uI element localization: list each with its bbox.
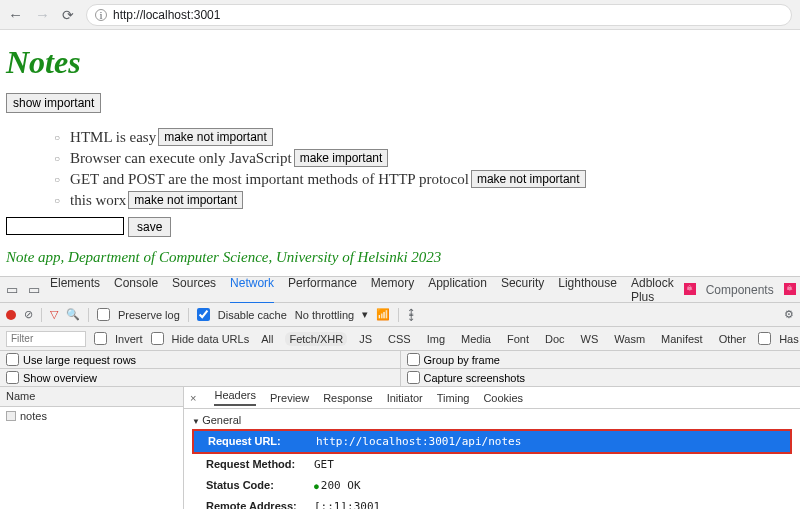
tab-lighthouse[interactable]: Lighthouse bbox=[558, 276, 617, 304]
new-note-form: save bbox=[6, 217, 794, 237]
type-css[interactable]: CSS bbox=[384, 332, 415, 346]
tab-adblock[interactable]: Adblock Plus bbox=[631, 276, 674, 304]
browser-toolbar: ← → ⟳ i http://localhost:3001 bbox=[0, 0, 800, 30]
list-item: this worxmake not important bbox=[54, 191, 794, 209]
tab-security[interactable]: Security bbox=[501, 276, 544, 304]
import-export[interactable]: ↥↧ bbox=[407, 310, 415, 320]
type-wasm[interactable]: Wasm bbox=[610, 332, 649, 346]
type-img[interactable]: Img bbox=[423, 332, 449, 346]
preserve-log-checkbox[interactable] bbox=[97, 308, 110, 321]
toggle-importance-button[interactable]: make not important bbox=[128, 191, 243, 209]
overview-checkbox[interactable] bbox=[6, 371, 19, 384]
inspect-icon[interactable]: ▭ bbox=[6, 282, 18, 297]
gear-icon[interactable]: ⚙ bbox=[784, 308, 794, 321]
close-icon[interactable]: × bbox=[190, 392, 196, 404]
page-title: Notes bbox=[6, 44, 794, 81]
tab-timing[interactable]: Timing bbox=[437, 392, 470, 404]
disable-cache-label: Disable cache bbox=[218, 309, 287, 321]
filter-input[interactable] bbox=[6, 331, 86, 347]
view-options: Use large request rows Show overview Gro… bbox=[0, 351, 800, 387]
tab-components[interactable]: Components bbox=[706, 283, 774, 297]
disable-cache-checkbox[interactable] bbox=[197, 308, 210, 321]
tab-elements[interactable]: Elements bbox=[50, 276, 100, 304]
tab-performance[interactable]: Performance bbox=[288, 276, 357, 304]
invert-checkbox[interactable] bbox=[94, 332, 107, 345]
toggle-importance-button[interactable]: make not important bbox=[471, 170, 586, 188]
show-important-button[interactable]: show important bbox=[6, 93, 101, 113]
search-icon[interactable]: 🔍 bbox=[66, 308, 80, 321]
page-footer: Note app, Department of Computer Science… bbox=[6, 249, 794, 266]
devtools: ▭ ▭ Elements Console Sources Network Per… bbox=[0, 276, 800, 509]
type-doc[interactable]: Doc bbox=[541, 332, 569, 346]
note-text: Browser can execute only JavaScript bbox=[70, 150, 292, 167]
note-text: this worx bbox=[70, 192, 126, 209]
note-text: HTML is easy bbox=[70, 129, 156, 146]
row-value: [::1]:3001 bbox=[314, 500, 380, 509]
row-key: Status Code: bbox=[206, 479, 314, 492]
tab-headers[interactable]: Headers bbox=[214, 389, 256, 406]
notes-list: HTML is easymake not important Browser c… bbox=[54, 128, 794, 209]
new-note-input[interactable] bbox=[6, 217, 124, 235]
record-button[interactable] bbox=[6, 310, 16, 320]
request-url-row: Request URL:http://localhost:3001/api/no… bbox=[192, 429, 792, 454]
capture-checkbox[interactable] bbox=[407, 371, 420, 384]
type-media[interactable]: Media bbox=[457, 332, 495, 346]
request-row[interactable]: notes bbox=[0, 407, 183, 425]
network-body: Name notes × Headers Preview Response In… bbox=[0, 387, 800, 509]
group-checkbox[interactable] bbox=[407, 353, 420, 366]
tab-response[interactable]: Response bbox=[323, 392, 373, 404]
type-font[interactable]: Font bbox=[503, 332, 533, 346]
toggle-importance-button[interactable]: make not important bbox=[158, 128, 273, 146]
toggle-importance-button[interactable]: make important bbox=[294, 149, 389, 167]
blocked-cookies-checkbox[interactable] bbox=[758, 332, 771, 345]
preserve-log-label: Preserve log bbox=[118, 309, 180, 321]
type-manifest[interactable]: Manifest bbox=[657, 332, 707, 346]
note-text: GET and POST are the most important meth… bbox=[70, 171, 469, 188]
back-button[interactable]: ← bbox=[8, 6, 23, 23]
type-js[interactable]: JS bbox=[355, 332, 376, 346]
type-all[interactable]: All bbox=[257, 332, 277, 346]
reload-button[interactable]: ⟳ bbox=[62, 7, 74, 23]
tab-console[interactable]: Console bbox=[114, 276, 158, 304]
device-icon[interactable]: ▭ bbox=[28, 282, 40, 297]
devtools-tabbar: ▭ ▭ Elements Console Sources Network Per… bbox=[0, 277, 800, 303]
forward-button[interactable]: → bbox=[35, 6, 50, 23]
hide-dataurls-checkbox[interactable] bbox=[151, 332, 164, 345]
row-value: ●200 OK bbox=[314, 479, 361, 492]
save-button[interactable]: save bbox=[128, 217, 171, 237]
wifi-icon[interactable]: 📶 bbox=[376, 308, 390, 321]
tab-preview[interactable]: Preview bbox=[270, 392, 309, 404]
row-key: Request Method: bbox=[206, 458, 314, 471]
request-name: notes bbox=[20, 410, 47, 422]
page-content: Notes show important HTML is easymake no… bbox=[0, 30, 800, 276]
url-text: http://localhost:3001 bbox=[113, 8, 220, 22]
tab-cookies[interactable]: Cookies bbox=[483, 392, 523, 404]
request-list-header[interactable]: Name bbox=[0, 387, 183, 407]
tab-network[interactable]: Network bbox=[230, 276, 274, 304]
type-fetchxhr[interactable]: Fetch/XHR bbox=[285, 332, 347, 346]
list-item: HTML is easymake not important bbox=[54, 128, 794, 146]
filter-icon[interactable]: ▽ bbox=[50, 308, 58, 321]
clear-button[interactable]: ⊘ bbox=[24, 308, 33, 321]
detail-tabs: × Headers Preview Response Initiator Tim… bbox=[184, 387, 800, 409]
row-value: GET bbox=[314, 458, 334, 471]
request-list: Name notes bbox=[0, 387, 184, 509]
list-item: GET and POST are the most important meth… bbox=[54, 170, 794, 188]
type-other[interactable]: Other bbox=[715, 332, 751, 346]
tab-memory[interactable]: Memory bbox=[371, 276, 414, 304]
type-ws[interactable]: WS bbox=[577, 332, 603, 346]
throttling-select[interactable]: No throttling bbox=[295, 309, 354, 321]
remote-address-row: Remote Address:[::1]:3001 bbox=[192, 496, 792, 509]
large-rows-checkbox[interactable] bbox=[6, 353, 19, 366]
info-icon[interactable]: i bbox=[95, 9, 107, 21]
tab-sources[interactable]: Sources bbox=[172, 276, 216, 304]
list-item: Browser can execute only JavaScriptmake … bbox=[54, 149, 794, 167]
devtools-tabs: Elements Console Sources Network Perform… bbox=[50, 276, 674, 304]
general-section[interactable]: General bbox=[192, 411, 792, 429]
url-bar[interactable]: i http://localhost:3001 bbox=[86, 4, 792, 26]
tab-initiator[interactable]: Initiator bbox=[387, 392, 423, 404]
devtools-ext: ⚛Components ⚛Profiler bbox=[684, 283, 800, 297]
capture-label: Capture screenshots bbox=[424, 372, 526, 384]
tab-application[interactable]: Application bbox=[428, 276, 487, 304]
react-icon: ⚛ bbox=[784, 283, 796, 295]
